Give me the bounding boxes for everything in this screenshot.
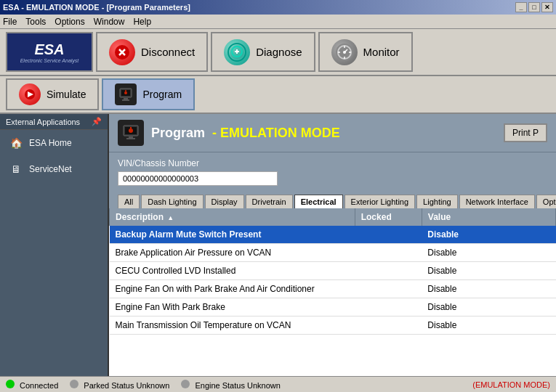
status-bar: Connected Parked Status Unknown Engine S… [0,376,556,392]
cell-locked [355,262,422,280]
sidebar-label-servicenet: ServiceNet [29,164,72,174]
sort-arrow-description: ▲ [167,214,174,221]
esa-logo: ESA [34,41,64,58]
menu-bar: File Tools Options Window Help [0,15,556,29]
svg-rect-16 [124,98,128,99]
cell-description: Main Transmission Oil Temperature on VCA… [110,317,355,335]
parameters-table: Description ▲ Locked Value Backup Alarm … [109,208,556,335]
cell-description: CECU Controlled LVD Installed [110,262,355,280]
sidebar-label-esa-home: ESA Home [29,138,72,148]
tab-drivetrain[interactable]: Drivetrain [246,195,293,208]
tab-electrical[interactable]: Electrical [294,195,343,208]
main-layout: External Applications 📌 🏠 ESA Home 🖥 Ser… [0,114,556,376]
disconnect-icon [109,39,135,65]
sidebar-item-servicenet[interactable]: 🖥 ServiceNet [0,156,108,182]
cell-locked [355,244,422,262]
title-bar-buttons[interactable]: _ □ ✕ [515,2,553,12]
tab-lighting[interactable]: Lighting [416,195,458,208]
cell-locked [355,317,422,335]
disconnect-label: Disconnect [141,46,195,58]
table-row[interactable]: Backup Alarm Mute Switch Present Disable [110,226,556,244]
program-button[interactable]: Program [102,78,195,110]
cell-locked [355,280,422,298]
diagnose-icon [224,39,250,65]
program-label: Program [142,89,182,100]
sidebar-pin-icon[interactable]: 📌 [92,117,102,126]
cell-description: Engine Fan On with Park Brake And Air Co… [110,280,355,298]
cell-locked [355,226,422,244]
home-icon: 🏠 [9,136,23,150]
col-header-locked[interactable]: Locked [355,208,422,226]
tab-all[interactable]: All [118,195,140,208]
menu-file[interactable]: File [3,17,17,27]
connected-status: Connected [6,380,58,390]
svg-point-23 [129,128,133,133]
connected-dot [6,380,15,388]
diagnose-button[interactable]: Diagnose [211,32,315,72]
tab-network-interface[interactable]: Network Interface [459,195,535,208]
content-area: Program - EMULATION MODE Print P VIN/Cha… [109,114,556,376]
sidebar-header: External Applications 📌 [0,114,108,130]
menu-window[interactable]: Window [94,17,125,27]
close-button[interactable]: ✕ [541,2,553,12]
cell-description: Backup Alarm Mute Switch Present [110,226,355,244]
parked-label: Parked Status Unknown [84,381,169,390]
minimize-button[interactable]: _ [515,2,527,12]
cell-locked [355,298,422,317]
main-toolbar: ESA Electronic Service Analyst Disconnec… [0,29,556,76]
simulate-label: Simulate [47,89,86,100]
simulate-icon [19,83,41,105]
tab-optional-gauge[interactable]: Optional Gauge [536,195,556,208]
svg-rect-21 [129,136,133,138]
content-program-icon [118,120,144,146]
engine-status: Engine Status Unknown [181,380,280,390]
col-header-value[interactable]: Value [422,208,555,226]
svg-rect-22 [126,138,135,139]
tab-display[interactable]: Display [205,195,244,208]
table-row[interactable]: Main Transmission Oil Temperature on VCA… [110,317,556,335]
monitor-button[interactable]: Monitor [318,32,413,72]
monitor-label: Monitor [363,46,400,58]
maximize-button[interactable]: □ [528,2,540,12]
tab-dash-lighting[interactable]: Dash Lighting [141,195,203,208]
table-row[interactable]: Engine Fan With Park Brake Disable [110,298,556,317]
simulate-button[interactable]: Simulate [6,78,99,110]
esa-subtitle: Electronic Service Analyst [20,58,79,63]
vin-input[interactable] [118,171,278,186]
tab-exterior-lighting[interactable]: Exterior Lighting [345,195,416,208]
cell-value: Disable [422,317,555,335]
sidebar-title: External Applications [6,118,80,126]
engine-label: Engine Status Unknown [195,381,280,390]
table-row[interactable]: CECU Controlled LVD Installed Disable [110,262,556,280]
svg-rect-17 [122,99,129,101]
svg-point-18 [124,91,127,94]
program-icon [115,83,137,105]
table-row[interactable]: Brake Application Air Pressure on VCAN D… [110,244,556,262]
table-header-row: Description ▲ Locked Value [110,208,556,226]
cell-value: Disable [422,298,555,317]
disconnect-button[interactable]: Disconnect [96,32,208,72]
cell-value: Disable [422,226,555,244]
parked-dot [70,380,78,388]
content-header: Program - EMULATION MODE Print P [109,114,556,152]
cell-value: Disable [422,280,555,298]
title-bar-text: ESA - EMULATION MODE - [Program Paramete… [3,3,190,12]
parked-status: Parked Status Unknown [70,380,169,390]
menu-tools[interactable]: Tools [25,17,46,27]
tabs-bar: All Dash Lighting Display Drivetrain Ele… [109,192,556,208]
table-row[interactable]: Engine Fan On with Park Brake And Air Co… [110,280,556,298]
menu-options[interactable]: Options [55,17,84,27]
vin-section: VIN/Chassis Number [109,152,556,192]
content-title-group: Program - EMULATION MODE [118,120,340,146]
title-bar: ESA - EMULATION MODE - [Program Paramete… [0,0,556,15]
cell-value: Disable [422,262,555,280]
col-header-description[interactable]: Description ▲ [110,208,355,226]
connected-label: Connected [20,381,58,390]
menu-help[interactable]: Help [133,17,151,27]
engine-dot [181,380,190,388]
cell-description: Brake Application Air Pressure on VCAN [110,244,355,262]
monitor-icon [331,39,358,65]
sidebar-item-esa-home[interactable]: 🏠 ESA Home [0,130,108,156]
print-button[interactable]: Print P [504,123,547,142]
table-container: Description ▲ Locked Value Backup Alarm … [109,208,556,376]
